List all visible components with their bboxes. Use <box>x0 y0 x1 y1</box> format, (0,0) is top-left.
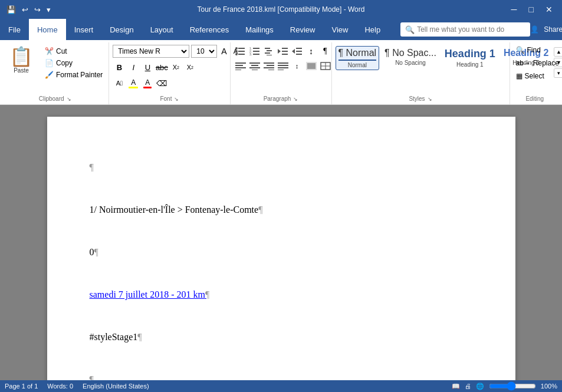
menu-view[interactable]: View <box>323 19 356 40</box>
select-button[interactable]: ▦ Select <box>514 71 547 81</box>
multilevel-list-button[interactable] <box>262 45 275 58</box>
document-container: ¶ 1/ Noirmoutier-en-l'Île > Fontenay-le-… <box>0 105 562 380</box>
menu-review[interactable]: Review <box>282 19 324 40</box>
font-size-select[interactable]: 10 <box>191 45 217 58</box>
sort-button[interactable]: ↕ <box>305 45 318 58</box>
paste-button[interactable]: 📋 Paste <box>5 45 38 76</box>
borders-button[interactable] <box>319 60 332 73</box>
find-button[interactable]: 🔍 Find <box>514 45 543 55</box>
clipboard-small-buttons: ✂️ Cut 📄 Copy 🖌️ Format Painter <box>42 45 105 80</box>
editing-group: 🔍 Find ab→ Replace ▦ Select Editing <box>511 42 560 104</box>
menu-home[interactable]: Home <box>29 19 66 40</box>
svg-rect-2 <box>238 54 245 55</box>
editing-group-content: 🔍 Find ab→ Replace ▦ Select <box>514 42 557 94</box>
clipboard-group: 📋 Paste ✂️ Cut 📄 Copy 🖌️ Format Painter <box>2 42 109 104</box>
style-heading1[interactable]: Heading 1 Heading 1 <box>442 46 498 70</box>
underline-button[interactable]: U <box>141 61 154 74</box>
numbering-button[interactable]: 1.2.3. <box>248 45 261 58</box>
close-button[interactable]: ✕ <box>541 0 557 19</box>
font-group: Times New R 10 A A B I U abc X2 X2 A⃥ <box>110 42 230 104</box>
cut-label: Cut <box>56 47 67 55</box>
increase-indent-button[interactable] <box>291 45 304 58</box>
replace-button[interactable]: ab→ Replace <box>514 58 561 68</box>
justify-button[interactable] <box>277 60 290 73</box>
clipboard-label: Clipboard ↘ <box>5 94 105 104</box>
svg-rect-30 <box>249 67 260 68</box>
clipboard-expand-icon[interactable]: ↘ <box>67 96 71 102</box>
undo-icon[interactable]: ↩ <box>20 4 30 15</box>
svg-rect-19 <box>282 54 288 55</box>
text-highlight-button[interactable]: A <box>127 77 140 90</box>
svg-rect-13 <box>267 50 272 51</box>
restore-button[interactable]: □ <box>524 0 538 19</box>
font-expand-icon[interactable]: ↘ <box>174 96 179 102</box>
menu-file[interactable]: File <box>0 19 29 40</box>
svg-rect-35 <box>268 70 274 70</box>
svg-rect-34 <box>264 67 274 68</box>
style-normal[interactable]: ¶ Normal Normal <box>336 46 380 70</box>
view-read-button[interactable]: 📖 <box>452 383 460 390</box>
grow-font-button[interactable]: A <box>219 46 229 57</box>
document-page[interactable]: ¶ 1/ Noirmoutier-en-l'Île > Fontenay-le-… <box>47 117 515 380</box>
show-marks-button[interactable]: ¶ <box>319 45 332 58</box>
svg-point-3 <box>235 47 238 50</box>
search-input[interactable] <box>417 25 525 34</box>
shading-button[interactable] <box>305 60 318 73</box>
align-right-button[interactable] <box>262 60 275 73</box>
styles-group: ¶ Normal Normal ¶ No Spac... No Spacing … <box>333 42 510 104</box>
svg-rect-8 <box>253 54 259 55</box>
style-heading1-preview: Heading 1 <box>445 48 495 60</box>
zoom-slider[interactable] <box>489 383 536 389</box>
page-info: Page 1 of 1 <box>5 383 38 390</box>
paragraph-expand-icon[interactable]: ↘ <box>293 96 298 102</box>
menu-help[interactable]: Help <box>356 19 389 40</box>
svg-text:3.: 3. <box>249 52 252 55</box>
para-mark-1: ¶ <box>90 162 94 172</box>
copy-button[interactable]: 📄 Copy <box>42 58 105 68</box>
redo-icon[interactable]: ↪ <box>32 4 42 15</box>
save-icon[interactable]: 💾 <box>5 4 18 15</box>
language: English (United States) <box>83 383 149 390</box>
font-family-select[interactable]: Times New R <box>113 45 189 58</box>
superscript-button[interactable]: X2 <box>183 61 196 74</box>
replace-icon: ab→ <box>516 59 531 67</box>
menu-mailings[interactable]: Mailings <box>237 19 282 40</box>
style-no-spacing[interactable]: ¶ No Spac... No Spacing <box>382 46 439 68</box>
svg-rect-21 <box>296 48 302 49</box>
text-effects-button[interactable]: A⃥ <box>113 77 126 90</box>
menu-layout[interactable]: Layout <box>142 19 182 40</box>
view-web-button[interactable]: 🌐 <box>476 383 484 390</box>
format-painter-button[interactable]: 🖌️ Format Painter <box>42 70 105 80</box>
decrease-indent-button[interactable] <box>277 45 290 58</box>
svg-rect-7 <box>253 51 259 52</box>
align-center-button[interactable] <box>248 60 261 73</box>
font-color-row: A⃥ A A ⌫ <box>113 77 168 90</box>
clear-formatting-button[interactable]: ⌫ <box>155 77 168 90</box>
italic-button[interactable]: I <box>127 61 140 74</box>
menu-references[interactable]: References <box>182 19 237 40</box>
cut-button[interactable]: ✂️ Cut <box>42 46 105 57</box>
styles-expand-icon[interactable]: ↘ <box>428 96 432 102</box>
font-label: Font ↘ <box>113 94 226 104</box>
minimize-button[interactable]: ─ <box>507 0 522 19</box>
user-avatar[interactable]: 👤 <box>530 25 539 34</box>
customize-qa-icon[interactable]: ▾ <box>45 4 52 15</box>
menu-insert[interactable]: Insert <box>66 19 102 40</box>
subscript-button[interactable]: X2 <box>169 61 182 74</box>
view-print-button[interactable]: 🖨 <box>465 383 471 390</box>
svg-marker-20 <box>292 49 295 54</box>
bold-button[interactable]: B <box>113 61 126 74</box>
style-no-spacing-label: No Spacing <box>395 60 426 66</box>
svg-rect-31 <box>252 70 258 70</box>
align-left-button[interactable] <box>234 60 247 73</box>
strikethrough-button[interactable]: abc <box>155 61 168 74</box>
share-button[interactable]: Share <box>544 25 562 34</box>
line-spacing-button[interactable]: ↕ <box>291 60 304 73</box>
font-color-button[interactable]: A <box>141 77 154 90</box>
menu-bar: File Home Insert Design Layout Reference… <box>0 19 562 40</box>
menu-design[interactable]: Design <box>101 19 142 40</box>
document-content[interactable]: ¶ 1/ Noirmoutier-en-l'Île > Fontenay-le-… <box>90 146 473 380</box>
bullets-button[interactable] <box>234 45 247 58</box>
paragraph-label: Paragraph ↘ <box>234 94 328 104</box>
style-normal-label: Normal <box>338 60 377 68</box>
